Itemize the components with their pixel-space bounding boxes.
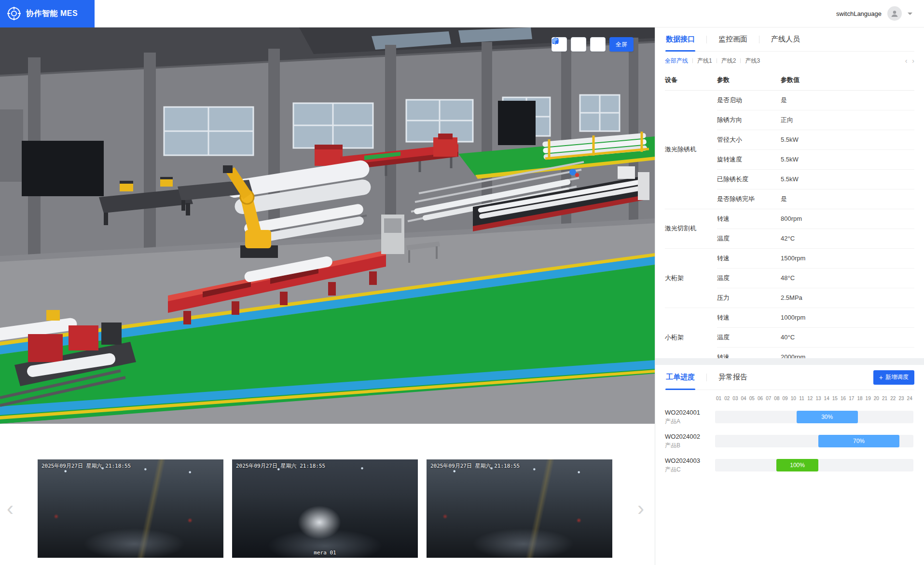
top-header: 协作智能 MES switchLanguage xyxy=(0,0,924,27)
device-table-body: 激光除锈机是否启动是除锈方向正向管径大小5.5kW旋转速度5.5kW已除锈长度5… xyxy=(665,90,914,358)
fullscreen-button[interactable]: 全屏 xyxy=(609,37,634,52)
hour-label: 01 xyxy=(715,396,722,401)
header-right: switchLanguage xyxy=(836,6,924,21)
model-view-button[interactable] xyxy=(590,37,606,52)
param-name-cell: 管径大小 xyxy=(717,130,781,149)
camera-timestamp: 2025年09月27日 星期六 21:18:55 xyxy=(430,462,520,470)
hour-label: 17 xyxy=(848,396,855,401)
hour-label: 23 xyxy=(897,396,905,401)
param-name-cell: 是否除锈完毕 xyxy=(717,189,781,209)
order-row: WO2024003产品C100% xyxy=(665,453,914,477)
order-row: WO2024001产品A30% xyxy=(665,405,914,429)
switch-language-button[interactable]: switchLanguage xyxy=(836,10,882,17)
device-name-cell: 大桁架 xyxy=(665,248,717,308)
factory-3d-viewport[interactable]: 全屏 xyxy=(0,27,655,424)
line-tabs-pagination: ‹ › xyxy=(905,57,914,64)
line-tab-4[interactable]: 产线3 xyxy=(745,57,760,65)
data-panel-tab-3[interactable]: 产线人员 xyxy=(770,27,801,51)
hour-label: 10 xyxy=(790,396,797,401)
app-root: 协作智能 MES switchLanguage xyxy=(0,0,924,565)
camera-thumbnail[interactable]: 2025年09月27日 星期六 21:18:55mera 01 xyxy=(232,459,418,558)
param-name-cell: 转速 xyxy=(717,347,781,358)
order-track: 70% xyxy=(715,435,913,447)
prev-page-icon[interactable]: ‹ xyxy=(905,57,908,64)
chevron-down-icon[interactable] xyxy=(908,13,912,17)
param-name-cell: 转速 xyxy=(717,209,781,229)
param-value-cell: 2000rpm xyxy=(781,347,914,358)
timeline-hours: 0102030405060708091011121314151617181920… xyxy=(715,390,914,405)
app-logo-block: 协作智能 MES xyxy=(0,0,95,27)
data-panel-tab-1[interactable]: 数据接口 xyxy=(665,27,696,51)
hour-label: 14 xyxy=(823,396,830,401)
table-row: 激光除锈机是否启动是 xyxy=(665,90,914,110)
data-panel-tab-2[interactable]: 监控画面 xyxy=(717,27,748,51)
param-name-cell: 转速 xyxy=(717,308,781,327)
param-name-cell: 是否启动 xyxy=(717,90,781,110)
tab-separator xyxy=(759,36,759,43)
work-tabs-group: 工单进度异常报告 xyxy=(665,365,748,390)
user-avatar[interactable] xyxy=(887,6,902,21)
tab-separator xyxy=(740,58,741,63)
order-progress-bar: 100% xyxy=(776,459,818,471)
work-tab-2[interactable]: 异常报告 xyxy=(717,365,748,390)
param-name-cell: 已除锈长度 xyxy=(717,169,781,189)
add-schedule-button[interactable]: + 新增调度 xyxy=(873,370,914,385)
param-value-cell: 42°C xyxy=(781,229,914,248)
camera-thumbnail[interactable]: 2025年09月27日 星期六 21:18:55 xyxy=(38,459,223,558)
carousel-next-icon[interactable]: › xyxy=(637,498,644,519)
line-tabs-row: 全部产线产线1产线2产线3 ‹ › xyxy=(665,52,914,70)
hour-label: 24 xyxy=(906,396,913,401)
hour-label: 05 xyxy=(748,396,756,401)
work-order-panel: 工单进度异常报告 + 新增调度 010203040506070809101112… xyxy=(655,365,924,565)
order-track: 100% xyxy=(715,459,913,471)
param-value-cell: 5.5kW xyxy=(781,149,914,169)
next-page-icon[interactable]: › xyxy=(912,57,914,64)
column-header-device: 设备 xyxy=(665,70,717,90)
gizmo-sphere xyxy=(569,169,576,175)
camera-thumbnail[interactable]: 2025年09月27日 星期六 21:18:55 xyxy=(427,459,612,558)
hour-label: 15 xyxy=(831,396,839,401)
data-panel-tabs: 数据接口监控画面产线人员 xyxy=(665,27,914,52)
data-panel: 数据接口监控画面产线人员 全部产线产线1产线2产线3 ‹ › 设备 参数 参数值 xyxy=(655,27,924,358)
line-tab-2[interactable]: 产线1 xyxy=(697,57,712,65)
order-label: WO2024003产品C xyxy=(665,457,715,474)
param-name-cell: 温度 xyxy=(717,268,781,288)
param-value-cell: 5.5kW xyxy=(781,169,914,189)
param-value-cell: 48°C xyxy=(781,268,914,288)
line-tabs-group: 全部产线产线1产线2产线3 xyxy=(665,57,760,65)
line-tab-1[interactable]: 全部产线 xyxy=(665,57,688,65)
device-name-cell: 小桁架 xyxy=(665,308,717,358)
param-value-cell: 5.5kW xyxy=(781,130,914,149)
hour-label: 09 xyxy=(782,396,789,401)
display-board xyxy=(22,141,104,196)
hour-label: 13 xyxy=(814,396,822,401)
order-id: WO2024001 xyxy=(665,409,715,416)
hour-label: 07 xyxy=(765,396,772,401)
line-tab-3[interactable]: 产线2 xyxy=(721,57,736,65)
hour-label: 11 xyxy=(798,396,805,401)
add-schedule-label: 新增调度 xyxy=(885,373,909,381)
tab-separator xyxy=(706,374,707,381)
table-row: 小桁架转速1000rpm xyxy=(665,308,914,327)
tab-separator xyxy=(706,36,707,43)
order-label: WO2024002产品B xyxy=(665,433,715,450)
param-name-cell: 压力 xyxy=(717,288,781,308)
right-panel: 数据接口监控画面产线人员 全部产线产线1产线2产线3 ‹ › 设备 参数 参数值 xyxy=(655,27,924,565)
app-logo-icon xyxy=(7,6,21,21)
work-tab-1[interactable]: 工单进度 xyxy=(665,365,696,390)
device-data-table: 设备 参数 参数值 激光除锈机是否启动是除锈方向正向管径大小5.5kW旋转速度5… xyxy=(665,70,914,358)
order-track: 30% xyxy=(715,411,913,423)
column-header-value: 参数值 xyxy=(781,70,914,90)
carousel-prev-icon[interactable]: ‹ xyxy=(7,498,14,519)
order-id: WO2024002 xyxy=(665,433,715,440)
order-id: WO2024003 xyxy=(665,457,715,464)
param-value-cell: 是 xyxy=(781,189,914,209)
hour-label: 12 xyxy=(806,396,814,401)
camera-feeds: 2025年09月27日 星期六 21:18:552025年09月27日 星期六 … xyxy=(38,459,655,558)
hour-label: 06 xyxy=(757,396,764,401)
hour-label: 04 xyxy=(740,396,747,401)
param-value-cell: 1500rpm xyxy=(781,248,914,268)
cube-view-button[interactable] xyxy=(571,37,586,52)
hour-label: 19 xyxy=(865,396,872,401)
hour-label: 03 xyxy=(731,396,739,401)
